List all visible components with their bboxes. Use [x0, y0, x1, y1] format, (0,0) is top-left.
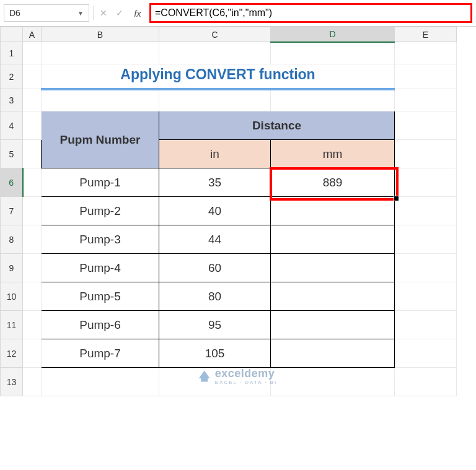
cell-B7[interactable]: Pump-2: [42, 197, 159, 225]
row-header-5[interactable]: 5: [1, 140, 23, 168]
cell-A10[interactable]: [23, 282, 42, 311]
row-header-9[interactable]: 9: [1, 254, 23, 282]
col-header-B[interactable]: B: [42, 27, 159, 42]
cell-A11[interactable]: [23, 311, 42, 339]
cell-B6[interactable]: Pump-1: [42, 168, 159, 197]
worksheet[interactable]: A B C D E 1 2 Applying CONVERT function …: [0, 27, 476, 396]
cell-E4[interactable]: [395, 111, 457, 140]
cell-E2[interactable]: [395, 64, 457, 89]
cell-E8[interactable]: [395, 225, 457, 254]
col-header-E[interactable]: E: [395, 27, 457, 42]
cell-D1[interactable]: [271, 42, 395, 64]
row-header-6[interactable]: 6: [1, 168, 23, 197]
table-header-distance[interactable]: Distance: [159, 111, 395, 140]
row-header-3[interactable]: 3: [1, 89, 23, 111]
cancel-icon[interactable]: ✕: [97, 8, 110, 18]
watermark-main: exceldemy: [215, 367, 278, 380]
row-header-8[interactable]: 8: [1, 225, 23, 254]
formula-input[interactable]: =CONVERT(C6,"in","mm"): [149, 3, 472, 23]
cell-A3[interactable]: [23, 89, 42, 111]
chevron-down-icon[interactable]: ▼: [77, 10, 84, 17]
cell-C9[interactable]: 60: [159, 254, 271, 282]
cell-D13[interactable]: [271, 368, 395, 396]
row-header-4[interactable]: 4: [1, 111, 23, 140]
row-header-7[interactable]: 7: [1, 197, 23, 225]
cell-E7[interactable]: [395, 197, 457, 225]
cell-A1[interactable]: [23, 42, 42, 64]
cell-C8[interactable]: 44: [159, 225, 271, 254]
cell-E9[interactable]: [395, 254, 457, 282]
cell-B11[interactable]: Pump-6: [42, 311, 159, 339]
cell-C6[interactable]: 35: [159, 168, 271, 197]
cell-E12[interactable]: [395, 339, 457, 368]
cell-E11[interactable]: [395, 311, 457, 339]
cell-A2[interactable]: [23, 64, 42, 89]
cell-A6[interactable]: [23, 168, 42, 197]
row-header-13[interactable]: 13: [1, 368, 23, 396]
cell-D12[interactable]: [271, 339, 395, 368]
row-header-11[interactable]: 11: [1, 311, 23, 339]
cell-D11[interactable]: [271, 311, 395, 339]
table-header-in[interactable]: in: [159, 140, 271, 168]
divider: [93, 6, 94, 20]
page-title: Applying CONVERT function: [42, 66, 394, 85]
cell-A8[interactable]: [23, 225, 42, 254]
confirm-icon[interactable]: ✓: [113, 8, 126, 18]
cell-D6[interactable]: 889: [271, 168, 395, 197]
row-header-1[interactable]: 1: [1, 42, 23, 64]
cell-C1[interactable]: [159, 42, 271, 64]
cell-B13[interactable]: [42, 368, 159, 396]
cell-C10[interactable]: 80: [159, 282, 271, 311]
cell-C12[interactable]: 105: [159, 339, 271, 368]
row-header-2[interactable]: 2: [1, 64, 23, 89]
cell-C3[interactable]: [159, 89, 271, 111]
table-header-pump[interactable]: Pupm Number: [42, 111, 159, 168]
cell-A12[interactable]: [23, 339, 42, 368]
table-header-mm[interactable]: mm: [271, 140, 395, 168]
cell-B10[interactable]: Pump-5: [42, 282, 159, 311]
watermark: exceldemy EXCEL · DATA · BI: [199, 367, 278, 385]
name-box-value: D6: [9, 8, 20, 18]
cell-A13[interactable]: [23, 368, 42, 396]
cell-D3[interactable]: [271, 89, 395, 111]
watermark-sub: EXCEL · DATA · BI: [215, 380, 278, 385]
cell-E6[interactable]: [395, 168, 457, 197]
title-cell[interactable]: Applying CONVERT function: [42, 64, 395, 89]
col-header-A[interactable]: A: [23, 27, 42, 42]
cell-B3[interactable]: [42, 89, 159, 111]
cell-E1[interactable]: [395, 42, 457, 64]
name-box[interactable]: D6 ▼: [4, 4, 89, 22]
formula-bar: D6 ▼ ✕ ✓ fx =CONVERT(C6,"in","mm"): [0, 0, 476, 27]
cell-B1[interactable]: [42, 42, 159, 64]
select-all-corner[interactable]: [1, 27, 23, 42]
cell-D9[interactable]: [271, 254, 395, 282]
cell-E3[interactable]: [395, 89, 457, 111]
row-header-10[interactable]: 10: [1, 282, 23, 311]
cell-C7[interactable]: 40: [159, 197, 271, 225]
col-header-C[interactable]: C: [159, 27, 271, 42]
cell-C11[interactable]: 95: [159, 311, 271, 339]
logo-icon: [199, 371, 210, 382]
fx-icon[interactable]: fx: [130, 8, 146, 19]
row-header-12[interactable]: 12: [1, 339, 23, 368]
cell-A5[interactable]: [23, 140, 42, 168]
cell-B9[interactable]: Pump-4: [42, 254, 159, 282]
cell-E13[interactable]: [395, 368, 457, 396]
cell-D8[interactable]: [271, 225, 395, 254]
cell-A9[interactable]: [23, 254, 42, 282]
cell-B8[interactable]: Pump-3: [42, 225, 159, 254]
cell-D7[interactable]: [271, 197, 395, 225]
formula-text: =CONVERT(C6,"in","mm"): [155, 7, 272, 19]
col-header-D[interactable]: D: [271, 27, 395, 42]
cell-A7[interactable]: [23, 197, 42, 225]
cell-A4[interactable]: [23, 111, 42, 140]
cell-D10[interactable]: [271, 282, 395, 311]
cell-E5[interactable]: [395, 140, 457, 168]
cell-E10[interactable]: [395, 282, 457, 311]
cell-B12[interactable]: Pump-7: [42, 339, 159, 368]
grid: A B C D E 1 2 Applying CONVERT function …: [0, 27, 457, 396]
